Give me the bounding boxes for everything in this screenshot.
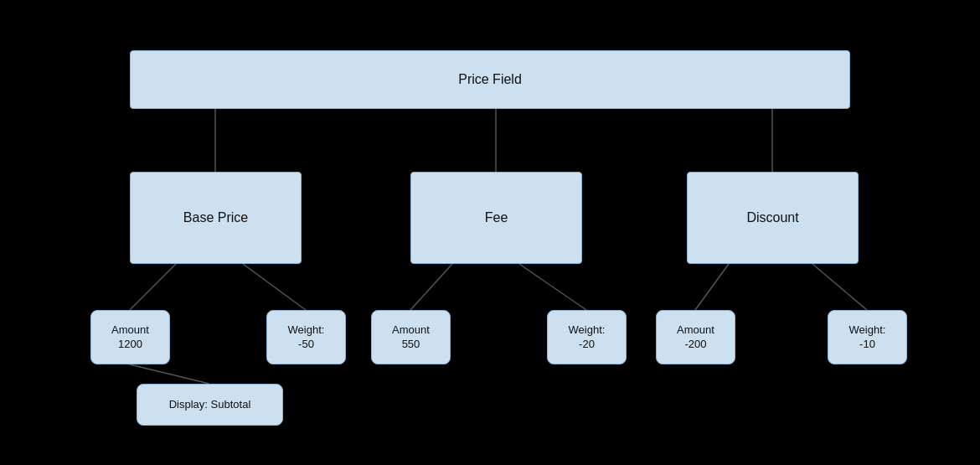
- svg-line-6: [519, 264, 586, 310]
- amount-1200-label: Amount1200: [111, 323, 149, 352]
- svg-line-3: [130, 264, 176, 310]
- amount-minus200-node: Amount-200: [656, 310, 735, 364]
- weight-minus50-node: Weight:-50: [266, 310, 346, 364]
- discount-node: Discount: [687, 172, 859, 264]
- base-price-label: Base Price: [183, 210, 248, 225]
- fee-label: Fee: [485, 210, 508, 225]
- discount-label: Discount: [746, 210, 798, 225]
- weight-minus10-label: Weight:-10: [849, 323, 886, 352]
- weight-minus20-node: Weight:-20: [547, 310, 627, 364]
- amount-minus200-label: Amount-200: [677, 323, 714, 352]
- price-field-label: Price Field: [458, 72, 522, 87]
- display-subtotal-label: Display: Subtotal: [169, 398, 251, 412]
- svg-line-5: [410, 264, 452, 310]
- svg-line-8: [812, 264, 867, 310]
- fee-node: Fee: [410, 172, 582, 264]
- price-field-node: Price Field: [130, 50, 850, 109]
- weight-minus50-label: Weight:-50: [288, 323, 325, 352]
- svg-line-7: [695, 264, 729, 310]
- amount-1200-node: Amount1200: [90, 310, 170, 364]
- amount-550-node: Amount550: [371, 310, 451, 364]
- weight-minus20-label: Weight:-20: [569, 323, 606, 352]
- base-price-node: Base Price: [130, 172, 302, 264]
- svg-line-9: [130, 364, 209, 384]
- amount-550-label: Amount550: [392, 323, 430, 352]
- weight-minus10-node: Weight:-10: [828, 310, 907, 364]
- svg-line-4: [243, 264, 306, 310]
- display-subtotal-node: Display: Subtotal: [137, 384, 283, 426]
- diagram-container: Price Field Base Price Fee Discount Amou…: [0, 0, 980, 465]
